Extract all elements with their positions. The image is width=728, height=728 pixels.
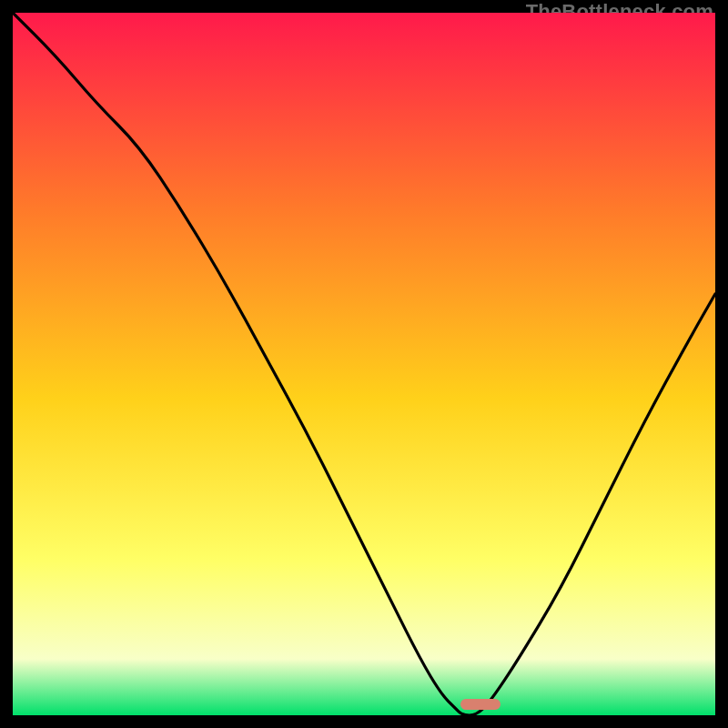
bottleneck-curve (13, 13, 715, 715)
plot-area (13, 13, 715, 715)
chart-stage: TheBottleneck.com (0, 0, 728, 728)
optimum-marker (460, 699, 500, 710)
